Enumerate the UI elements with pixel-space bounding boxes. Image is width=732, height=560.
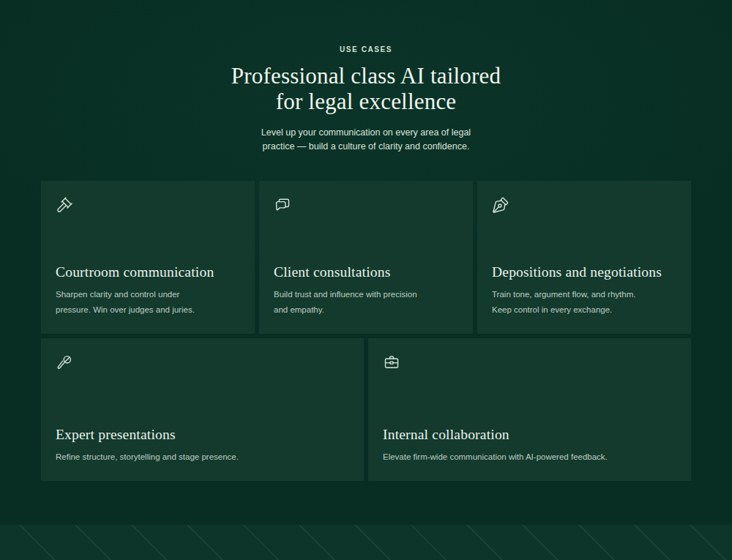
briefcase-icon: [383, 354, 400, 371]
eyebrow-label: USE CASES: [0, 45, 732, 53]
pen-nib-icon: [492, 196, 509, 214]
card-description: Sharpen clarity and control under pressu…: [56, 287, 240, 317]
page-subtitle: Level up your communication on every are…: [0, 126, 732, 152]
card-description: Build trust and influence with precision…: [274, 287, 458, 317]
use-cases-hero: USE CASES Professional class AI tailored…: [0, 0, 732, 153]
card-expert-presentations: Expert presentations Refine structure, s…: [41, 338, 364, 481]
card-client-consultations: Client consultations Build trust and inf…: [259, 181, 473, 334]
card-title: Expert presentations: [56, 427, 349, 443]
card-courtroom-communication: Courtroom communication Sharpen clarity …: [41, 181, 255, 334]
card-description: Refine structure, storytelling and stage…: [56, 449, 349, 465]
card-description: Elevate firm-wide communication with AI-…: [383, 449, 676, 465]
chat-bubbles-icon: [274, 196, 291, 214]
card-internal-collaboration: Internal collaboration Elevate firm-wide…: [368, 338, 691, 481]
page-title: Professional class AI tailored for legal…: [0, 64, 732, 114]
use-case-card-grid: Courtroom communication Sharpen clarity …: [41, 181, 691, 481]
card-depositions-negotiations: Depositions and negotiations Train tone,…: [477, 181, 691, 334]
gavel-icon: [56, 196, 73, 214]
card-title: Client consultations: [274, 264, 458, 280]
card-description: Train tone, argument flow, and rhythm. K…: [492, 287, 676, 317]
card-title: Depositions and negotiations: [492, 264, 676, 280]
card-title: Courtroom communication: [56, 264, 240, 280]
diagonal-stripe-band: [0, 525, 732, 560]
card-title: Internal collaboration: [383, 427, 676, 443]
microphone-icon: [56, 354, 73, 371]
